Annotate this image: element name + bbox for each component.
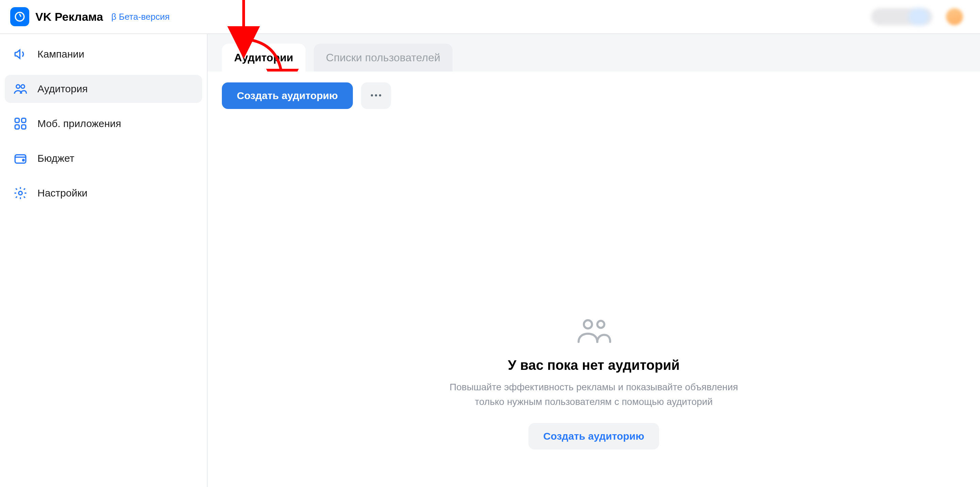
svg-rect-3 <box>15 118 19 122</box>
svg-point-9 <box>19 192 22 195</box>
svg-point-8 <box>22 160 24 161</box>
create-audience-button[interactable]: Создать аудиторию <box>222 82 353 109</box>
users-icon <box>13 81 28 96</box>
header-right <box>871 8 970 25</box>
svg-rect-4 <box>22 118 26 122</box>
sidebar: Кампании Аудитория Моб. приложения <box>0 34 208 487</box>
empty-state-title: У вас пока нет аудиторий <box>508 358 680 373</box>
svg-point-14 <box>584 320 592 328</box>
sidebar-item-apps[interactable]: Моб. приложения <box>5 110 202 137</box>
dots-horizontal-icon <box>370 93 382 98</box>
svg-point-13 <box>379 94 381 96</box>
tab-audiences[interactable]: Аудитории <box>222 43 305 72</box>
svg-point-2 <box>21 85 25 89</box>
beta-label: β Бета-версия <box>111 11 170 22</box>
megaphone-icon <box>13 47 28 62</box>
sidebar-item-label: Аудитория <box>37 83 88 95</box>
users-group-icon <box>575 317 612 347</box>
svg-point-12 <box>375 94 377 96</box>
toolbar: Создать аудиторию <box>222 82 966 109</box>
svg-rect-6 <box>22 125 26 129</box>
create-audience-secondary-button[interactable]: Создать аудиторию <box>528 423 659 450</box>
svg-point-1 <box>16 85 20 89</box>
svg-point-0 <box>15 12 24 21</box>
svg-point-11 <box>371 94 373 96</box>
empty-state-description: Повышайте эффективность рекламы и показы… <box>450 380 738 409</box>
tab-user-lists[interactable]: Списки пользователей <box>314 43 453 72</box>
more-actions-button[interactable] <box>361 82 391 109</box>
gear-icon <box>13 185 28 201</box>
tabs-row: Аудитории Списки пользователей <box>208 34 980 72</box>
sidebar-item-label: Кампании <box>37 48 84 60</box>
sidebar-item-label: Настройки <box>37 187 88 199</box>
svg-rect-5 <box>15 125 19 129</box>
header-controls-blurred <box>871 8 932 25</box>
svg-rect-7 <box>15 155 26 163</box>
app-title: VK Реклама <box>35 10 103 24</box>
avatar[interactable] <box>946 8 963 25</box>
main-area: Аудитории Списки пользователей Создать а… <box>208 34 980 487</box>
sidebar-item-campaigns[interactable]: Кампании <box>5 40 202 68</box>
empty-state: У вас пока нет аудиторий Повышайте эффек… <box>427 317 760 450</box>
wallet-icon <box>13 151 28 166</box>
sidebar-item-budget[interactable]: Бюджет <box>5 144 202 172</box>
sidebar-item-label: Моб. приложения <box>37 118 121 129</box>
tab-label: Аудитории <box>234 51 293 64</box>
apps-icon <box>13 116 28 131</box>
vk-logo <box>10 7 29 26</box>
sidebar-item-label: Бюджет <box>37 153 75 164</box>
tab-label: Списки пользователей <box>326 51 440 64</box>
svg-point-15 <box>597 321 605 328</box>
app-header: VK Реклама β Бета-версия <box>0 0 980 34</box>
content-panel: Создать аудиторию У вас пока нет <box>208 72 980 487</box>
sidebar-item-settings[interactable]: Настройки <box>5 179 202 207</box>
sidebar-item-audience[interactable]: Аудитория <box>5 75 202 103</box>
